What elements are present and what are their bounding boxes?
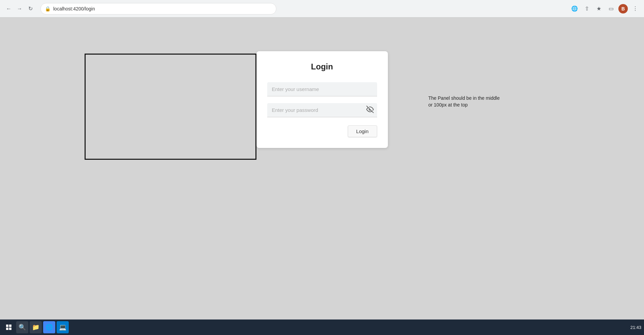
side-annotation: The Panel should be in the middle or 100… (428, 95, 502, 108)
password-input[interactable] (267, 103, 377, 117)
security-icon: 🔒 (45, 6, 51, 11)
refresh-button[interactable]: ↻ (26, 4, 35, 13)
eye-off-icon (366, 106, 374, 115)
profile-button[interactable]: B (618, 4, 628, 13)
cast-icon[interactable]: ▭ (606, 4, 616, 13)
bookmark-icon[interactable]: ★ (594, 4, 604, 13)
toggle-password-button[interactable] (366, 106, 374, 115)
taskbar: 🔍 📁 🌐 💻 21:43 (0, 319, 644, 335)
url-text: localhost:4200/login (53, 6, 272, 11)
taskbar-browser[interactable]: 🌐 (43, 321, 55, 333)
browser-chrome: ← → ↻ 🔒 localhost:4200/login 🌐 ⇧ ★ ▭ B ⋮ (0, 0, 644, 18)
menu-icon[interactable]: ⋮ (631, 4, 640, 13)
taskbar-time: 21:43 (630, 325, 641, 330)
login-title: Login (267, 62, 377, 71)
taskbar-search[interactable]: 🔍 (16, 321, 28, 333)
debug-bounding-box (85, 54, 256, 160)
windows-logo (6, 325, 11, 330)
taskbar-right: 21:43 (630, 325, 641, 330)
start-button[interactable] (3, 321, 15, 333)
login-button[interactable]: Login (348, 125, 377, 137)
password-wrapper (267, 103, 377, 117)
share-icon[interactable]: ⇧ (582, 4, 591, 13)
taskbar-vscode[interactable]: 💻 (57, 321, 69, 333)
translate-icon[interactable]: 🌐 (570, 4, 579, 13)
address-bar[interactable]: 🔒 localhost:4200/login (40, 3, 276, 14)
page-content: Login Login (0, 18, 644, 319)
browser-actions: 🌐 ⇧ ★ ▭ B ⋮ (570, 4, 640, 13)
username-input[interactable] (267, 82, 377, 96)
username-field (267, 82, 377, 96)
login-card: Login Login (256, 51, 388, 148)
back-button[interactable]: ← (4, 4, 13, 13)
taskbar-files[interactable]: 📁 (30, 321, 42, 333)
forward-button[interactable]: → (15, 4, 24, 13)
password-field (267, 103, 377, 117)
login-button-row: Login (267, 125, 377, 137)
nav-buttons: ← → ↻ (4, 4, 35, 13)
